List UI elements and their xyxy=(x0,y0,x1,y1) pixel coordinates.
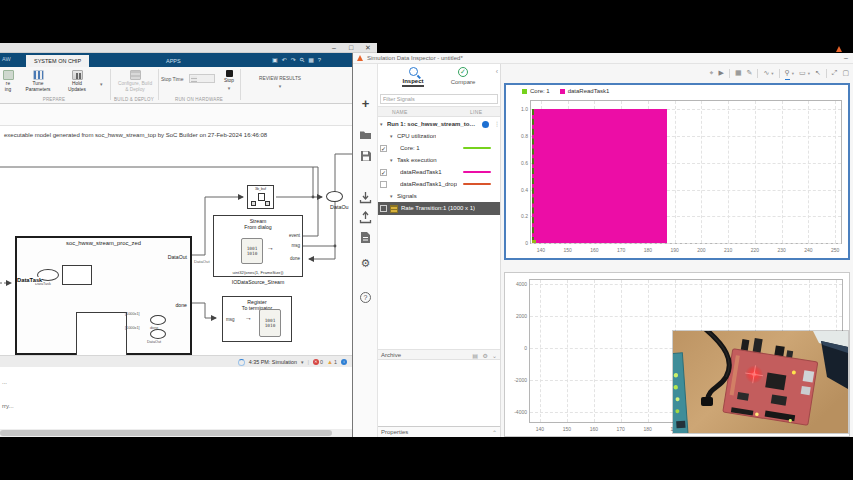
signal-checkbox[interactable]: ✓ xyxy=(380,169,387,176)
open-folder-icon[interactable] xyxy=(353,126,378,144)
x-gridline xyxy=(755,101,756,243)
partial-icon[interactable]: ▢ xyxy=(842,67,849,79)
diagnostic-line: rry... xyxy=(2,403,14,409)
legend-item[interactable]: Core: 1 xyxy=(522,88,550,94)
review-results-gallery[interactable]: REVIEW RESULTS ▾ xyxy=(244,76,316,89)
tab-apps[interactable]: APPS xyxy=(160,55,187,67)
minimize-button[interactable]: – xyxy=(327,43,341,53)
error-badge[interactable]: ✕0 xyxy=(313,359,323,365)
register-port-msg: msg xyxy=(226,317,235,322)
fit-view-icon[interactable]: ⤢ xyxy=(832,67,838,79)
redo-icon[interactable]: ↷ xyxy=(291,53,296,67)
model-outport[interactable] xyxy=(326,191,343,202)
register-block[interactable]: RegisterTo terminator msg → 1001 1010 xyxy=(222,296,292,342)
sdi-signal-panel: Inspect ✓ Compare ‹ NAME LINE ▾ Run 1: s… xyxy=(378,64,501,437)
settings-gear-icon[interactable]: ⚙ xyxy=(353,257,378,270)
inner-task-block[interactable] xyxy=(76,312,127,355)
inner-outport-dataout[interactable] xyxy=(150,329,166,339)
subsystem-block[interactable]: soc_hwsw_stream_proc_zed DataOut done Da… xyxy=(15,236,192,355)
hold-updates-button[interactable]: HoldUpdates xyxy=(58,70,96,93)
horizontal-scrollbar[interactable] xyxy=(0,429,352,437)
partial-ribbon-button[interactable]: reing xyxy=(0,70,16,93)
scrollbar-thumb[interactable] xyxy=(0,430,332,436)
stream-arrow-icon: → xyxy=(267,244,274,251)
inner-block[interactable] xyxy=(62,265,92,285)
report-icon[interactable] xyxy=(353,230,378,248)
buffer-block[interactable]: 3b_buf xyxy=(247,185,274,209)
tab-partial[interactable]: AW xyxy=(2,56,11,62)
tab-system-on-chip[interactable]: SYSTEM ON CHIP xyxy=(26,55,89,67)
model-canvas[interactable]: executable model generated from soc_hwsw… xyxy=(0,126,352,355)
archive-section-header[interactable]: Archive ▤ ⚙ ⌄ xyxy=(378,349,500,360)
status-dropdown[interactable]: ▾ xyxy=(301,359,304,365)
signal-style-dropdown[interactable]: ▾ xyxy=(771,71,773,76)
zoom-window-dropdown[interactable]: ▾ xyxy=(808,71,810,76)
save-icon[interactable] xyxy=(353,148,378,166)
search-icon[interactable]: ⚲ xyxy=(295,53,308,66)
tree-row-group[interactable]: ▾ Task execution xyxy=(378,154,500,166)
highlight-icon[interactable]: ✎ xyxy=(747,67,753,79)
run-visibility-toggle[interactable] xyxy=(482,121,489,128)
review-results-dropdown[interactable]: ▾ xyxy=(244,83,316,89)
layout-icon[interactable]: ▦ xyxy=(308,53,314,67)
archive-collapse-icon[interactable]: ⌄ xyxy=(492,352,497,359)
stream-block[interactable]: StreamFrom dialog 1001 1010 → event msg … xyxy=(213,215,303,277)
archive-box-icon[interactable]: ▤ xyxy=(472,352,478,359)
tree-row-signal[interactable]: dataReadTask1_drop xyxy=(378,178,500,190)
subplot-1[interactable]: Core: 1 dataReadTask1 140150160170180190… xyxy=(504,83,850,260)
status-bar: 4:35 PM: Simulation ▾ | ✕0 ▲1 i xyxy=(0,355,352,367)
stop-time-field[interactable] xyxy=(189,74,215,83)
signal-checkbox[interactable] xyxy=(380,205,387,212)
add-icon[interactable]: + xyxy=(353,96,378,111)
signal-checkbox[interactable]: ✓ xyxy=(380,145,387,152)
warning-badge[interactable]: ▲1 xyxy=(327,359,337,365)
help-icon[interactable]: ? xyxy=(318,53,321,67)
info-icon[interactable]: i xyxy=(341,359,347,365)
zoom-window-icon[interactable]: ▭ xyxy=(799,67,806,79)
tab-compare[interactable]: ✓ Compare xyxy=(440,67,486,85)
data-cursor-icon[interactable]: ⌖ xyxy=(710,67,714,79)
y-tick-label: -2000 xyxy=(514,377,527,383)
x-tick-label: 190 xyxy=(670,247,678,253)
signal-checkbox[interactable] xyxy=(380,181,387,188)
replay-icon[interactable]: ▶ xyxy=(719,67,724,79)
tree-row-signal[interactable]: ✓ dataReadTask1 xyxy=(378,166,500,178)
plot-axes[interactable]: 14015016017018019020021022023024025000.2… xyxy=(530,100,842,244)
tree-row-signal[interactable]: ✓ Core: 1 xyxy=(378,142,500,154)
import-icon[interactable] xyxy=(353,190,378,208)
undo-icon[interactable]: ↶ xyxy=(282,53,287,67)
maximize-button[interactable]: □ xyxy=(344,43,358,53)
help-icon[interactable]: ? xyxy=(353,286,378,304)
tune-parameters-button[interactable]: TuneParameters xyxy=(19,70,57,93)
x-gridline xyxy=(567,280,568,422)
stop-button[interactable]: Stop ▾ xyxy=(218,70,240,91)
tree-row-group[interactable]: ▾ Signals xyxy=(378,190,500,202)
inner-outport-done[interactable] xyxy=(150,315,166,325)
screenshot-icon[interactable]: ▣ xyxy=(272,53,278,67)
zoom-in-icon[interactable]: ⚲ xyxy=(785,67,790,80)
row-menu-icon[interactable]: ⋮ xyxy=(494,120,500,127)
tree-row-group[interactable]: ▾ CPU utilization xyxy=(378,130,500,142)
legend-item[interactable]: dataReadTask1 xyxy=(560,88,610,94)
hardware-photo xyxy=(673,331,848,433)
layout-icon[interactable]: ▦ xyxy=(735,67,742,79)
prepare-gallery-dropdown[interactable]: ▾ xyxy=(100,81,103,87)
zoom-in-dropdown[interactable]: ▾ xyxy=(792,71,794,76)
archive-gear-icon[interactable]: ⚙ xyxy=(483,352,488,359)
pointer-icon[interactable]: ↖ xyxy=(815,67,821,79)
tree-row-run[interactable]: ▾ Run 1: soc_hwsw_stream_top_sw ⋮ xyxy=(378,118,500,130)
configure-build-deploy-button[interactable]: Configure, Build& Deploy xyxy=(114,70,156,93)
close-button[interactable]: ✕ xyxy=(361,43,375,53)
tab-inspect[interactable]: Inspect xyxy=(390,67,436,87)
x-tick-label: 150 xyxy=(563,247,571,253)
export-icon[interactable] xyxy=(353,210,378,228)
properties-collapse-icon[interactable]: ⌃ xyxy=(492,429,497,436)
stop-dropdown[interactable]: ▾ xyxy=(228,85,231,91)
sdi-minimize-button[interactable]: – xyxy=(844,54,848,61)
tree-row-selected-signal[interactable]: Rate Transition:1 (1000 x 1) xyxy=(378,202,500,215)
filter-signals-input[interactable] xyxy=(380,94,498,104)
properties-section-header[interactable]: Properties ⌃ xyxy=(378,426,500,437)
signal-style-icon[interactable]: ∿ xyxy=(763,67,769,79)
collapse-panel-icon[interactable]: ‹ xyxy=(496,68,498,75)
toolstrip-tab-bar: AW SYSTEM ON CHIP APPS ▣↶↷⚲▦? xyxy=(0,53,352,67)
